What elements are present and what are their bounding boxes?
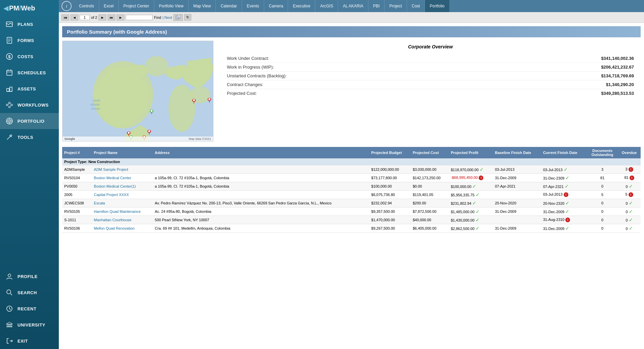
- svg-rect-32: [11, 324, 12, 327]
- cell-docs-outstanding: 0: [587, 216, 618, 224]
- cell-project-name: Boston Medical Center: [92, 174, 153, 182]
- sidebar-item-forms-label: FORMS: [17, 38, 34, 43]
- map-brand: Google: [65, 137, 75, 141]
- topnav-project-center[interactable]: Project Center: [119, 0, 154, 12]
- map-footer: Google Map data ©2021: [63, 137, 213, 141]
- topnav-project[interactable]: Project: [385, 0, 407, 12]
- export-button[interactable]: ▼: [173, 14, 183, 21]
- first-page-button[interactable]: ⏮: [62, 14, 69, 21]
- university-icon: [5, 320, 14, 329]
- navigate-button[interactable]: ►: [117, 14, 124, 21]
- project-name-link[interactable]: Escala: [94, 201, 105, 205]
- table-row: RVS0106 Mellon Quad Renovation Cra. 69 #…: [62, 224, 641, 233]
- cell-address: [153, 191, 369, 199]
- cell-proj-cost: $3,030,000.00: [411, 165, 449, 174]
- topnav-pbi[interactable]: PBI: [368, 0, 385, 12]
- sidebar-item-recent[interactable]: RECENT: [0, 301, 59, 317]
- corp-row-projected-cost: Projected Cost: $349,280,513.53: [227, 89, 634, 98]
- last-page-button[interactable]: ⏭: [108, 14, 115, 21]
- next-page-button[interactable]: ►: [98, 14, 106, 21]
- topnav-events[interactable]: Events: [242, 0, 264, 12]
- topnav-al-akaria[interactable]: AL AKARIA: [338, 0, 368, 12]
- type-row-label: Project Type: New Construction: [62, 158, 641, 165]
- svg-point-16: [11, 104, 13, 106]
- topnav-controls[interactable]: Controls: [74, 0, 99, 12]
- topnav-calendar[interactable]: Calendar: [216, 0, 242, 12]
- project-name-link[interactable]: Mellon Quad Renovation: [94, 226, 134, 230]
- sidebar-item-workflows[interactable]: WORKFLOWS: [0, 97, 59, 113]
- prev-page-button[interactable]: ◄: [71, 14, 78, 21]
- svg-point-14: [6, 104, 8, 106]
- sidebar-item-search[interactable]: SEARCH: [0, 284, 59, 301]
- sidebar-item-plans[interactable]: PLANS: [0, 16, 59, 32]
- topnav-camera[interactable]: Camera: [264, 0, 288, 12]
- project-name-link[interactable]: ADM Sample Project: [94, 167, 128, 171]
- project-name-link[interactable]: Capital Project XXXX: [94, 193, 129, 197]
- sidebar-item-profile[interactable]: PROFILE: [0, 268, 59, 284]
- sidebar-item-assets[interactable]: ASSETS: [0, 81, 59, 97]
- find-input[interactable]: [126, 15, 153, 20]
- refresh-button[interactable]: ↻: [184, 14, 191, 21]
- sidebar-item-tools[interactable]: TOOLS: [0, 129, 59, 145]
- col-header-project-name: Project Name: [92, 147, 153, 158]
- sidebar-item-schedules[interactable]: SCHEDULES: [0, 65, 59, 81]
- report-title: Portfolio Summary (with Google Address): [62, 26, 641, 37]
- map-svg: North Atlantic Ocean: [63, 41, 213, 142]
- sidebar-item-assets-label: ASSETS: [17, 86, 36, 91]
- topnav-arcgis[interactable]: ArcGIS: [315, 0, 338, 12]
- overdue-check-icon: ✓: [629, 226, 633, 231]
- cell-proj-budget: $1,470,000.00: [369, 216, 411, 224]
- topnav-portfolio-view[interactable]: Portfolio View: [154, 0, 189, 12]
- cell-project-num: RVS0106: [62, 224, 92, 233]
- finish-check-icon: ✓: [565, 184, 569, 189]
- cell-proj-cost: $119,401.05: [411, 191, 449, 199]
- cell-address: [153, 165, 369, 174]
- sidebar-item-costs[interactable]: $ COSTS: [0, 48, 59, 65]
- next-label[interactable]: | Next: [162, 15, 172, 20]
- cell-proj-profit: $100,000.00 ✓: [449, 182, 493, 191]
- cell-proj-cost: $0.00: [411, 182, 449, 191]
- cell-docs-outstanding: 0: [587, 199, 618, 207]
- topnav-cost[interactable]: Cost: [407, 0, 425, 12]
- col-header-baseline-finish: Baseline Finish Date: [493, 147, 541, 158]
- corp-value-0: $341,140,002.36: [601, 56, 634, 61]
- svg-point-63: [193, 99, 195, 101]
- svg-rect-31: [9, 324, 10, 327]
- project-name-link[interactable]: Boston Medical Center: [94, 176, 131, 180]
- cell-address: Cra. 69 ## 101, Medellín, Antioquia, Col…: [153, 224, 369, 233]
- topnav-executive[interactable]: Executive: [288, 0, 315, 12]
- col-header-docs-outstanding: DocumentsOutstanding: [587, 147, 618, 158]
- project-name-link[interactable]: Manhattan Courthouse: [94, 218, 131, 222]
- sidebar-item-portfolio[interactable]: PORTFOLIO: [0, 113, 59, 129]
- overdue-alert-icon: !: [629, 167, 633, 172]
- cell-project-num: PV0050: [62, 182, 92, 191]
- info-button[interactable]: i: [62, 1, 72, 11]
- corp-row-wip: Work in Progress (WIP): $206,421,232.67: [227, 63, 634, 72]
- finish-check-icon: ✓: [565, 209, 569, 214]
- sidebar-item-exit[interactable]: EXIT: [0, 333, 59, 349]
- cell-proj-cost: $7,872,500.00: [411, 207, 449, 216]
- project-name-link[interactable]: Hamilton Quad Maintenance: [94, 209, 140, 214]
- map-container: North Atlantic Ocean: [62, 41, 213, 142]
- sidebar-item-forms[interactable]: FORMS: [0, 32, 59, 48]
- page-number-input[interactable]: 1: [80, 15, 90, 20]
- cell-docs-outstanding: 0: [587, 224, 618, 233]
- logo: ◀ PM / Web: [0, 0, 59, 16]
- overdue-alert-icon: !: [630, 176, 634, 180]
- cell-docs-overdue: 0 ✓: [618, 182, 641, 191]
- svg-text:▼: ▼: [178, 16, 180, 18]
- sidebar-item-university[interactable]: UNIVERSITY: [0, 317, 59, 333]
- project-name-link[interactable]: Boston Medical Center(1): [94, 184, 136, 188]
- cell-proj-profit: -$68,995,450.00 !: [449, 174, 493, 182]
- main-content: i Controls Excel Project Center Portfoli…: [59, 0, 644, 349]
- finish-check-icon: ✓: [564, 167, 568, 172]
- overdue-check-icon: ✓: [629, 184, 633, 189]
- topnav-map-view[interactable]: Map View: [189, 0, 216, 12]
- sidebar-item-costs-label: COSTS: [17, 54, 33, 59]
- topnav-portfolio[interactable]: Portfolio: [425, 0, 449, 12]
- topnav-excel[interactable]: Excel: [99, 0, 119, 12]
- cell-docs-outstanding: 0: [587, 207, 618, 216]
- logo-text: PM: [9, 4, 19, 12]
- svg-line-18: [8, 104, 9, 105]
- dollar-icon: $: [5, 52, 14, 61]
